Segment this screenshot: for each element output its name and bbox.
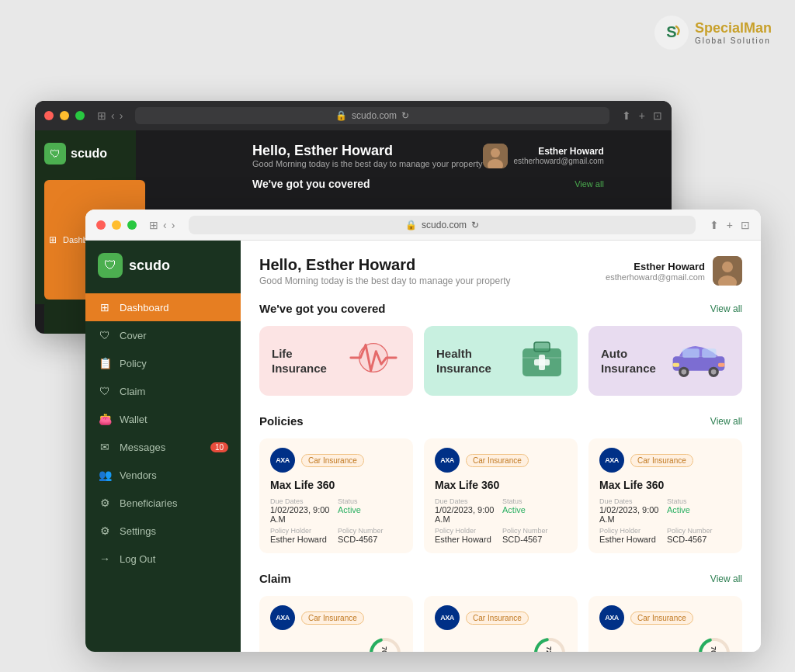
close-dot-front[interactable] [96,220,106,230]
user-info: Esther Howard estherhoward@gmail.com [606,261,705,282]
status-value-2: Active [502,505,567,514]
claim-1-progress-circle: 70% [368,636,402,652]
sidebar: 🛡 scudo ⊞ Dashboard 🛡 Cover 📋 Policy 🛡 C… [85,241,241,652]
insurance-cards: LifeInsurance HealthInsurance [259,326,742,396]
covered-view-all[interactable]: View all [710,303,742,314]
sidebar-item-policy[interactable]: 📋 Policy [85,349,241,377]
settings-label: Settings [120,525,156,537]
life-insurance-icon [346,338,401,384]
claims-section-header: Claim View all [259,572,742,585]
policy-2-name: Max Life 360 [435,479,567,491]
more-icon-front[interactable]: ⊡ [741,219,750,231]
status-label-1: Status [338,497,402,505]
greeting-title: Hello, Esther Howard [259,256,511,274]
forward-icon-front[interactable]: › [172,219,175,231]
back-user-profile: Esther Howard estherhoward@gmail.com [483,144,604,168]
url-bar-back[interactable]: 🔒 scudo.com ↻ [135,107,609,124]
maximize-dot[interactable] [75,111,85,120]
holder-value-1: Esther Howard [270,535,335,544]
axa-logo-claim-1: AXA [270,605,295,630]
back-icon-front[interactable]: ‹ [163,219,167,231]
number-value-2: SCD-4567 [502,535,567,544]
user-email: estherhoward@gmail.com [606,272,705,282]
messages-badge: 10 [210,442,228,452]
status-label-2: Status [502,497,567,505]
url-text-front: scudo.com [422,220,467,230]
url-text-back: scudo.com [352,110,397,121]
policy-1-name: Max Life 360 [270,479,402,491]
logout-label: Log Out [120,553,155,565]
due-label-2: Due Dates [435,497,499,505]
add-tab-icon[interactable]: + [639,109,645,122]
policy-2-header: AXA Car Insurance [435,448,567,473]
minimize-dot[interactable] [60,111,69,120]
settings-icon: ⚙ [98,525,112,537]
browser-actions-front: ⬆ + ⊡ [710,219,750,231]
browser-chrome-back: ⊞ ‹ › 🔒 scudo.com ↻ ⬆ + ⊡ [35,101,672,130]
browser-chrome-front: ⊞ ‹ › 🔒 scudo.com ↻ ⬆ + ⊡ [85,210,761,241]
svg-text:S: S [666,23,676,40]
back-greeting-sub: Good Morning today is the best day to ma… [252,159,483,168]
url-bar-front[interactable]: 🔒 scudo.com ↻ [189,216,695,234]
content-area: 🛡 scudo ⊞ Dashboard 🛡 Cover 📋 Policy 🛡 C… [85,241,761,652]
auto-insurance-card[interactable]: AutoInsurance [588,326,742,396]
claim-card-1[interactable]: AXA Car Insurance 70% [259,596,413,652]
back-covered-title: We've got you covered [252,178,370,190]
sidebar-item-wallet[interactable]: 👛 Wallet [85,405,241,433]
more-icon[interactable]: ⊡ [653,109,662,122]
messages-label: Messages [120,442,165,453]
sidebar-item-claim[interactable]: 🛡 Claim [85,377,241,405]
wallet-label: Wallet [120,414,148,425]
health-insurance-label: HealthInsurance [436,346,491,376]
policies-view-all[interactable]: View all [710,416,742,427]
svg-point-19 [711,369,717,375]
close-dot[interactable] [44,111,54,120]
claim-3-progress-circle: 70% [697,636,731,652]
brand-sub: Global Solution [695,36,772,45]
main-header: Hello, Esther Howard Good Morning today … [259,256,742,286]
policy-card-2[interactable]: AXA Car Insurance Max Life 360 Due Dates… [424,438,578,553]
logo-text-back: scudo [71,147,107,161]
sidebar-item-dashboard[interactable]: ⊞ Dashboard [85,293,241,321]
share-icon-front[interactable]: ⬆ [710,219,719,231]
auto-insurance-label: AutoInsurance [601,346,656,376]
shield-icon-back: 🛡 [44,143,66,165]
number-label-3: Policy Number [667,527,731,535]
minimize-dot-front[interactable] [112,220,121,230]
claim-card-3[interactable]: AXA Car Insurance 70% [588,596,742,652]
axa-logo-2: AXA [435,448,460,473]
svg-text:72%: 72% [545,646,553,652]
health-insurance-card[interactable]: HealthInsurance [424,326,578,396]
policy-card-1[interactable]: AXA Car Insurance Max Life 360 Due Dates… [259,438,413,553]
due-value-3: 1/02/2023, 9:00 A.M [599,505,664,524]
auto-insurance-icon [668,338,730,384]
sidebar-item-vendors[interactable]: 👥 Vendors [85,461,241,489]
back-user-info: Esther Howard estherhoward@gmail.com [514,146,604,165]
forward-icon[interactable]: › [120,109,123,122]
maximize-dot-front[interactable] [127,220,137,230]
vendors-icon: 👥 [98,469,112,481]
sidebar-item-settings[interactable]: ⚙ Settings [85,517,241,545]
claims-view-all[interactable]: View all [710,573,742,584]
brand-logo: S SpecialMan Global Solution [654,16,772,50]
sidebar-item-cover[interactable]: 🛡 Cover [85,321,241,349]
nav-icons: ⊞ ‹ › [97,109,123,122]
lock-icon-front: 🔒 [405,220,417,230]
sidebar-item-messages[interactable]: ✉ Messages 10 [85,433,241,461]
policy-3-name: Max Life 360 [599,479,731,491]
logout-icon: → [98,552,112,565]
svg-text:70%: 70% [710,646,717,652]
svg-rect-22 [673,362,679,366]
share-icon[interactable]: ⬆ [622,109,631,122]
life-insurance-card[interactable]: LifeInsurance [259,326,413,396]
back-view-all[interactable]: View all [575,179,604,189]
add-tab-icon-front[interactable]: + [727,219,733,231]
policy-1-header: AXA Car Insurance [270,448,402,473]
due-value-2: 1/02/2023, 9:00 A.M [435,505,499,524]
policy-card-3[interactable]: AXA Car Insurance Max Life 360 Due Dates… [588,438,742,553]
claim-card-2[interactable]: AXA Car Insurance 72% [424,596,578,652]
sidebar-item-beneficiaries[interactable]: ⚙ Beneficiaries [85,489,241,517]
back-icon[interactable]: ‹ [111,109,115,122]
sidebar-item-logout[interactable]: → Log Out [85,545,241,573]
brand-icon: S [654,16,689,50]
